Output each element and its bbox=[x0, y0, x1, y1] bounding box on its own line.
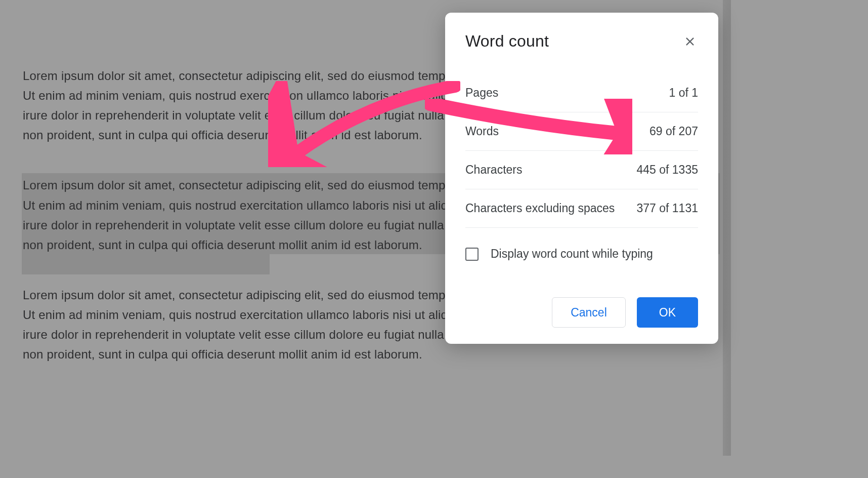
stat-row-pages: Pages 1 of 1 bbox=[465, 74, 698, 112]
word-count-dialog: Word count Pages 1 of 1 Words 69 of 207 … bbox=[445, 13, 718, 344]
display-while-typing-row: Display word count while typing bbox=[465, 247, 698, 261]
stat-label-characters-no-spaces: Characters excluding spaces bbox=[465, 202, 615, 215]
stat-value-characters: 445 of 1335 bbox=[636, 163, 698, 177]
stat-value-pages: 1 of 1 bbox=[669, 86, 698, 100]
ok-button[interactable]: OK bbox=[637, 297, 698, 328]
stat-row-characters: Characters 445 of 1335 bbox=[465, 151, 698, 189]
stat-label-characters: Characters bbox=[465, 163, 522, 177]
stat-label-words: Words bbox=[465, 125, 499, 138]
close-icon bbox=[684, 36, 696, 47]
close-button[interactable] bbox=[682, 33, 698, 50]
cancel-button[interactable]: Cancel bbox=[552, 297, 626, 328]
stat-row-words: Words 69 of 207 bbox=[465, 112, 698, 151]
stat-row-characters-no-spaces: Characters excluding spaces 377 of 1131 bbox=[465, 189, 698, 228]
display-while-typing-checkbox[interactable] bbox=[465, 248, 479, 261]
stat-label-pages: Pages bbox=[465, 86, 498, 100]
modal-backdrop[interactable] bbox=[0, 0, 868, 478]
stat-value-words: 69 of 207 bbox=[649, 125, 698, 138]
dialog-title: Word count bbox=[465, 32, 549, 51]
dialog-actions: Cancel OK bbox=[465, 297, 698, 328]
dialog-header: Word count bbox=[465, 32, 698, 51]
display-while-typing-label: Display word count while typing bbox=[491, 247, 653, 261]
stat-value-characters-no-spaces: 377 of 1131 bbox=[636, 202, 698, 215]
